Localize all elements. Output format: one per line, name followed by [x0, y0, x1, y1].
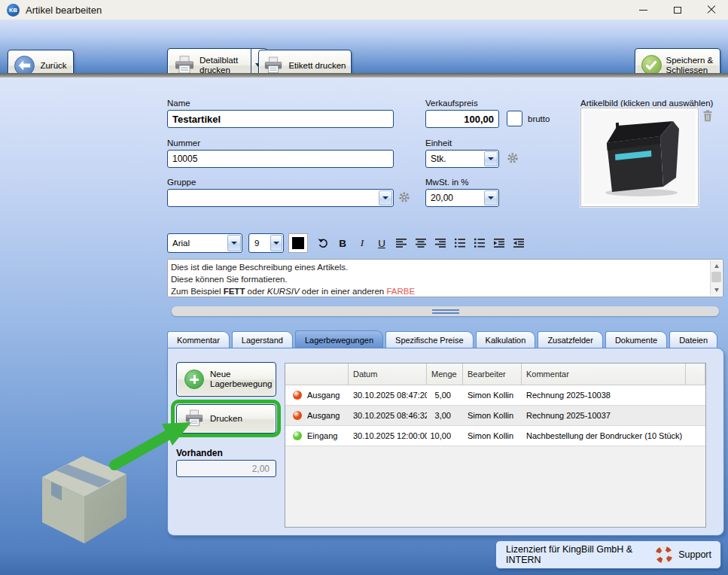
movement-type-label: Ausgang — [307, 411, 340, 420]
column-header-0[interactable] — [285, 364, 349, 385]
minimize-icon — [639, 10, 647, 11]
column-header-5[interactable] — [686, 364, 705, 385]
group-select[interactable] — [167, 189, 394, 207]
plus-icon — [184, 370, 204, 389]
bearbeiter-cell: Simon Kollin — [463, 385, 522, 405]
italic-button[interactable]: I — [352, 233, 372, 253]
table-row[interactable]: Ausgang30.10.2025 08:47:205,00Simon Koll… — [285, 385, 705, 406]
column-header-bearbeiter[interactable]: Bearbeiter — [463, 364, 522, 385]
font-color-button[interactable] — [288, 233, 308, 253]
list-numbered-button[interactable] — [470, 233, 489, 253]
tab-dokumente[interactable]: Dokumente — [605, 331, 667, 348]
description-scrollbar[interactable] — [710, 260, 722, 296]
table-header: DatumMengeBearbeiterKommentar — [285, 364, 705, 385]
align-right-button[interactable] — [431, 233, 450, 253]
new-movement-label: Neue Lagerbewegung — [210, 370, 273, 389]
minimize-button[interactable] — [626, 0, 660, 20]
tab-bar: KommentarLagerstandLagerbewegungenSpezif… — [167, 330, 724, 348]
article-image-photo — [583, 111, 696, 204]
unit-dropdown-button[interactable] — [484, 151, 498, 166]
chevron-down-icon — [382, 196, 388, 199]
datum-cell: 30.10.2025 08:46:32 — [349, 406, 427, 425]
delete-image-trash-icon[interactable] — [702, 110, 713, 122]
unit-value: Stk. — [426, 154, 483, 164]
tab-dateien[interactable]: Dateien — [669, 331, 717, 348]
vat-select[interactable]: 20,00 — [425, 189, 499, 207]
column-header-menge[interactable]: Menge — [427, 364, 463, 385]
spacer-cell — [686, 426, 705, 446]
spacer-cell — [686, 406, 705, 425]
new-movement-button[interactable]: Neue Lagerbewegung — [176, 362, 276, 397]
brutto-checkbox[interactable] — [507, 111, 522, 126]
kommentar-cell: Nachbestellung der Bondrucker (10 Stück) — [522, 426, 686, 446]
number-input[interactable] — [167, 150, 394, 168]
back-button-label: Zurück — [40, 61, 66, 70]
print-movements-button[interactable]: Drucken — [176, 404, 276, 434]
outdent-button[interactable] — [509, 233, 528, 253]
article-image[interactable] — [580, 108, 699, 207]
price-label: Verkaufspreis — [425, 99, 478, 108]
tab-zusatzfelder[interactable]: Zusatzfelder — [538, 331, 603, 348]
menge-cell: 10,00 — [427, 426, 463, 446]
font-size-value: 9 — [249, 239, 270, 248]
scroll-down-button[interactable] — [711, 284, 722, 296]
scroll-up-button[interactable] — [711, 260, 722, 272]
align-left-button[interactable] — [391, 233, 411, 253]
movement-type-label: Ausgang — [307, 391, 340, 400]
indent-button[interactable] — [489, 233, 509, 253]
status-dot-icon — [293, 431, 302, 440]
table-row[interactable]: Ausgang30.10.2025 08:46:323,00Simon Koll… — [285, 406, 705, 426]
movement-type-cell: Ausgang — [285, 385, 349, 405]
close-button[interactable] — [694, 0, 728, 20]
font-size-dropdown[interactable] — [270, 235, 282, 251]
list-bullet-button[interactable] — [450, 233, 470, 253]
license-text: Lizenziert für KingBill GmbH & INTERN — [496, 544, 654, 565]
stock-value: 2,00 — [252, 464, 270, 474]
app-logo-icon: KB — [7, 4, 20, 17]
description-editor[interactable]: Dies ist die lange Beschreibung eines Ar… — [167, 259, 723, 297]
chevron-down-icon — [231, 242, 237, 245]
unit-select[interactable]: Stk. — [425, 150, 499, 168]
save-close-label: Speichern & Schliessen — [666, 56, 714, 75]
article-image-label: Artikelbild (klicken und auswählen) — [580, 99, 713, 108]
maximize-button[interactable] — [660, 0, 694, 20]
bold-button[interactable]: B — [333, 233, 352, 253]
datum-cell: 30.10.2025 12:00:00 — [349, 426, 427, 446]
align-center-button[interactable] — [411, 233, 431, 253]
underline-button[interactable]: U — [372, 233, 391, 253]
group-dropdown-button[interactable] — [379, 190, 392, 205]
column-header-kommentar[interactable]: Kommentar — [522, 364, 686, 385]
font-family-select[interactable]: Arial — [167, 233, 242, 253]
font-family-dropdown[interactable] — [227, 235, 241, 251]
scrollbar-thumb[interactable] — [711, 272, 721, 282]
group-label: Gruppe — [167, 178, 196, 187]
tab-spezifische-preise[interactable]: Spezifische Preise — [385, 331, 474, 348]
column-header-datum[interactable]: Datum — [349, 364, 427, 385]
group-settings-gear-icon[interactable] — [398, 191, 410, 206]
vat-dropdown-button[interactable] — [484, 190, 498, 205]
font-size-select[interactable]: 9 — [248, 233, 284, 253]
support-lifering-icon[interactable] — [654, 545, 674, 564]
description-text: Dies ist die lange Beschreibung eines Ar… — [171, 261, 708, 295]
name-input[interactable] — [167, 110, 394, 128]
brutto-label: brutto — [528, 114, 550, 123]
font-color-swatch-icon — [292, 237, 304, 249]
printer-icon — [184, 409, 204, 429]
tab-lagerbewegungen[interactable]: Lagerbewegungen — [295, 330, 383, 348]
price-input[interactable] — [425, 110, 499, 128]
support-link[interactable]: Support — [674, 549, 720, 560]
tab-kalkulation[interactable]: Kalkulation — [476, 331, 536, 348]
unit-label: Einheit — [425, 138, 452, 148]
vat-value: 20,00 — [426, 193, 483, 203]
arrow-up-icon — [714, 264, 719, 268]
tab-kommentar[interactable]: Kommentar — [167, 331, 230, 348]
rotate-format-button[interactable] — [313, 233, 333, 253]
splitter-handle[interactable] — [172, 306, 719, 316]
window-controls — [626, 0, 728, 20]
movement-type-cell: Eingang — [285, 426, 349, 446]
tab-lagerstand[interactable]: Lagerstand — [232, 331, 293, 348]
table-row[interactable]: Eingang30.10.2025 12:00:0010,00Simon Kol… — [285, 426, 705, 446]
unit-settings-gear-icon[interactable] — [507, 152, 519, 167]
status-dot-icon — [293, 411, 302, 420]
stock-value-field: 2,00 — [176, 460, 276, 477]
